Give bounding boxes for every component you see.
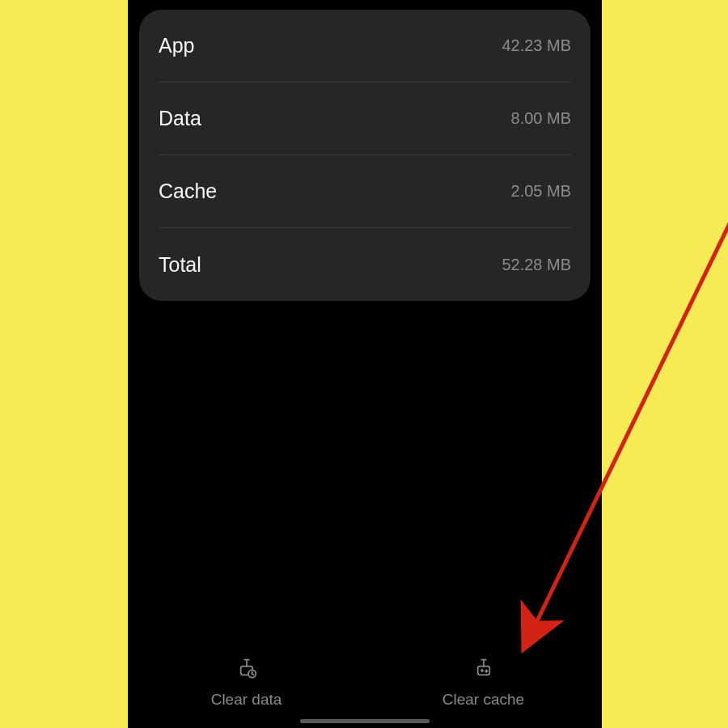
storage-value: 2.05 MB — [511, 182, 571, 201]
storage-label: Total — [159, 253, 201, 277]
storage-label: App — [159, 34, 194, 57]
storage-value: 42.23 MB — [502, 36, 571, 55]
storage-label: Data — [159, 107, 201, 130]
clear-data-icon — [234, 654, 260, 684]
spacer — [128, 301, 602, 639]
clear-cache-icon — [471, 654, 497, 684]
storage-label: Cache — [159, 180, 217, 203]
storage-row-cache[interactable]: Cache 2.05 MB — [159, 155, 571, 228]
storage-value: 52.28 MB — [502, 256, 571, 274]
storage-card: App 42.23 MB Data 8.00 MB Cache 2.05 MB … — [139, 10, 590, 301]
home-indicator[interactable] — [300, 719, 430, 723]
storage-row-app[interactable]: App 42.23 MB — [159, 10, 571, 83]
storage-value: 8.00 MB — [511, 109, 571, 128]
clear-cache-button[interactable]: Clear cache — [365, 654, 602, 709]
storage-row-total[interactable]: Total 52.28 MB — [159, 228, 571, 301]
clear-data-button[interactable]: Clear data — [128, 654, 365, 709]
phone-frame: App 42.23 MB Data 8.00 MB Cache 2.05 MB … — [128, 0, 602, 728]
clear-data-label: Clear data — [211, 691, 282, 709]
storage-row-data[interactable]: Data 8.00 MB — [159, 83, 571, 155]
bottom-action-bar: Clear data Clear cache — [128, 639, 602, 728]
clear-cache-label: Clear cache — [442, 691, 524, 709]
